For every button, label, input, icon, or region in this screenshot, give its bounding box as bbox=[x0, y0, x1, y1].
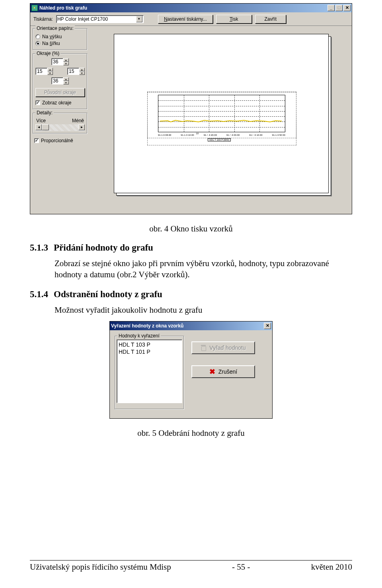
toolbar: Tiskárna: HP Color Inkjet CP1700 ▾ Nasta… bbox=[30, 12, 352, 26]
footer-right: květen 2010 bbox=[311, 562, 352, 572]
spin-down-icon[interactable]: ▾ bbox=[63, 62, 69, 65]
spin-up-icon[interactable]: ▴ bbox=[79, 68, 85, 71]
chevron-down-icon[interactable]: ▾ bbox=[136, 16, 142, 22]
values-legend: Hodnoty k vyřazení bbox=[117, 333, 161, 339]
chart-preview bbox=[158, 95, 285, 132]
section-514-title: 5.1.4Odstranění hodnoty z grafu bbox=[30, 289, 352, 300]
margin-top-input[interactable] bbox=[51, 58, 63, 65]
remove-value-dialog: Vyřazení hodnoty z okna vzorků ✕ Hodnoty… bbox=[109, 321, 273, 419]
checkbox-icon bbox=[34, 138, 39, 143]
margin-left-input[interactable] bbox=[35, 68, 47, 75]
spin-down-icon[interactable]: ▾ bbox=[79, 71, 85, 75]
chart-x-labels: 91.1.3 08.00 91.1.3 10.00 91 / .3 20.00 … bbox=[158, 134, 285, 136]
margins-group: Okraje (%) ▴▾ ▴▾ bbox=[33, 53, 88, 110]
margins-legend: Okraje (%) bbox=[35, 51, 60, 56]
minimize-button[interactable]: _ bbox=[327, 5, 335, 11]
margin-bottom-input[interactable] bbox=[51, 77, 63, 84]
orientation-group: Orientace papíru: Na výšku Na šířku bbox=[33, 28, 88, 50]
trash-icon bbox=[201, 345, 206, 351]
titlebar[interactable]: Náhled pro tisk grafu _ □ ✕ bbox=[30, 4, 352, 12]
remove-value-button[interactable]: Vyřaď hodnotu bbox=[191, 341, 255, 354]
maximize-button[interactable]: □ bbox=[335, 5, 343, 11]
spin-up-icon[interactable]: ▴ bbox=[47, 68, 53, 71]
details-legend: Detaily: bbox=[35, 110, 54, 116]
figure-caption-4: obr. 4 Okno tisku vzorků bbox=[30, 224, 352, 234]
spin-up-icon[interactable]: ▴ bbox=[63, 77, 69, 81]
page-footer: Uživatelský popis řídicího systému Mdisp… bbox=[30, 560, 352, 572]
footer-center: - 55 - bbox=[232, 562, 250, 572]
arrow-left-icon[interactable]: ◂ bbox=[35, 124, 42, 130]
values-group: Hodnoty k vyřazení HDL T 103 P HDL T 101… bbox=[115, 336, 184, 410]
printer-select[interactable]: HP Color Inkjet CP1700 ▾ bbox=[56, 15, 144, 23]
dialog-title: Vyřazení hodnoty z okna vzorků bbox=[111, 323, 183, 329]
checkbox-icon bbox=[35, 100, 40, 105]
margin-left-spinner[interactable]: ▴▾ bbox=[35, 67, 53, 75]
margin-bottom-spinner[interactable]: ▴▾ bbox=[51, 77, 69, 85]
spin-up-icon[interactable]: ▴ bbox=[63, 58, 69, 62]
x-icon: ✖ bbox=[209, 369, 215, 374]
margin-top-spinner[interactable]: ▴▾ bbox=[51, 58, 69, 66]
cancel-button[interactable]: ✖ Zrušení bbox=[191, 365, 255, 378]
paper-front: 90 28 28 24 22 20 13 10 bbox=[114, 34, 329, 193]
printer-settings-button[interactable]: Nastavení tiskárny... bbox=[158, 15, 213, 24]
show-margins-checkbox[interactable]: Zobraz okraje bbox=[35, 100, 85, 106]
proportional-checkbox[interactable]: Proporcionálně bbox=[34, 138, 88, 143]
app-icon bbox=[31, 5, 38, 11]
radio-portrait[interactable]: Na výšku bbox=[35, 34, 85, 39]
chart-legend: HDL T 103 P [MW] bbox=[208, 138, 231, 141]
printer-label: Tiskárna: bbox=[33, 16, 53, 22]
original-margins-button[interactable]: Původní okraje bbox=[35, 88, 85, 97]
print-preview-window: Náhled pro tisk grafu _ □ ✕ Tiskárna: HP… bbox=[30, 3, 352, 214]
radio-icon bbox=[35, 34, 40, 39]
details-group: Detaily: Více Méně ◂ ▸ bbox=[33, 113, 88, 134]
close-window-button[interactable]: ✕ bbox=[264, 323, 271, 329]
radio-landscape[interactable]: Na šířku bbox=[35, 41, 85, 46]
side-panel: Orientace papíru: Na výšku Na šířku Okra… bbox=[30, 26, 90, 214]
radio-icon bbox=[35, 41, 40, 46]
margin-right-spinner[interactable]: ▴▾ bbox=[67, 67, 85, 75]
list-item[interactable]: HDL T 101 P bbox=[119, 348, 180, 355]
section-513-title: 5.1.3Přidání hodnoty do grafu bbox=[30, 243, 352, 253]
values-listbox[interactable]: HDL T 103 P HDL T 101 P bbox=[117, 339, 182, 403]
slider-thumb[interactable] bbox=[42, 124, 49, 130]
figure-caption-5: obr. 5 Odebrání hodnoty z grafu bbox=[30, 428, 352, 438]
list-item[interactable]: HDL T 103 P bbox=[119, 341, 180, 348]
details-more-label: Více bbox=[36, 118, 46, 123]
spin-down-icon[interactable]: ▾ bbox=[63, 81, 69, 84]
section-514-body: Možnost vyřadit jakoukoliv hodnotu z gra… bbox=[55, 304, 352, 316]
details-less-label: Méně bbox=[72, 118, 84, 123]
spin-down-icon[interactable]: ▾ bbox=[47, 71, 53, 75]
margin-right-input[interactable] bbox=[67, 68, 79, 75]
titlebar[interactable]: Vyřazení hodnoty z okna vzorků ✕ bbox=[110, 321, 272, 330]
preview-area: 90 28 28 24 22 20 13 10 bbox=[90, 26, 352, 214]
close-window-button[interactable]: ✕ bbox=[343, 5, 351, 11]
window-title: Náhled pro tisk grafu bbox=[39, 5, 87, 11]
section-513-body: Zobrazí se stejné okno jako při prvním v… bbox=[55, 258, 352, 280]
orientation-legend: Orientace papíru: bbox=[35, 25, 75, 31]
details-slider[interactable]: ◂ ▸ bbox=[35, 124, 85, 131]
arrow-right-icon[interactable]: ▸ bbox=[78, 124, 85, 130]
close-button[interactable]: Zavřít bbox=[255, 15, 286, 24]
plot-line bbox=[160, 118, 283, 122]
print-button[interactable]: Tisk bbox=[216, 15, 252, 24]
footer-left: Uživatelský popis řídicího systému Mdisp bbox=[30, 562, 171, 572]
printer-value: HP Color Inkjet CP1700 bbox=[57, 16, 136, 22]
